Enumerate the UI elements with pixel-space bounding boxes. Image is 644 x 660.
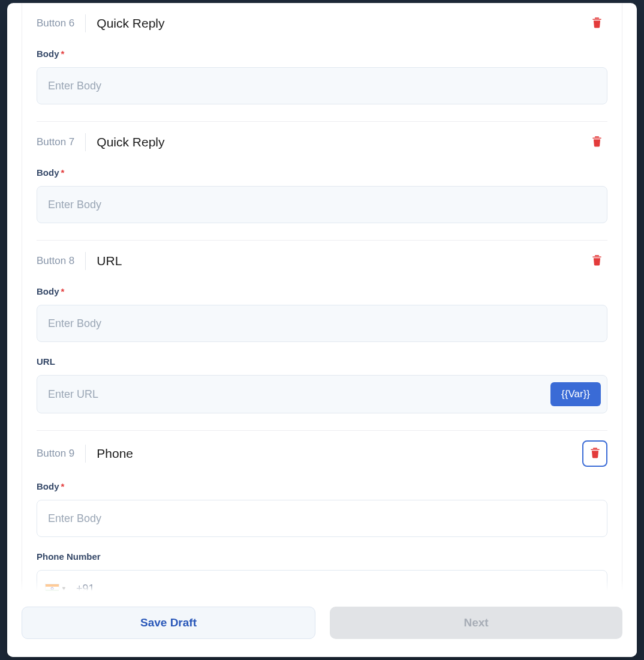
country-code-picker[interactable]: ▼ bbox=[46, 584, 67, 592]
header-divider bbox=[85, 445, 86, 463]
body-field: Body* bbox=[37, 481, 607, 537]
trash-icon bbox=[592, 136, 602, 149]
delete-button[interactable] bbox=[586, 13, 607, 34]
body-field-label: Body* bbox=[37, 167, 607, 178]
button-index-label: Button 8 bbox=[37, 255, 74, 267]
body-field-label: Body* bbox=[37, 286, 607, 296]
body-label-text: Body bbox=[37, 167, 59, 178]
body-input[interactable] bbox=[37, 305, 607, 342]
header-divider bbox=[85, 252, 86, 270]
body-field: Body* bbox=[37, 49, 607, 104]
required-asterisk: * bbox=[61, 481, 65, 491]
url-input-row: {{Var}} bbox=[37, 375, 607, 413]
delete-button[interactable] bbox=[582, 440, 607, 467]
url-input[interactable] bbox=[37, 376, 550, 413]
phone-field-label: Phone Number bbox=[37, 551, 607, 562]
trash-icon bbox=[590, 447, 600, 460]
next-button[interactable]: Next bbox=[330, 607, 622, 639]
button-index-label: Button 9 bbox=[37, 448, 74, 460]
body-input[interactable] bbox=[37, 67, 607, 104]
body-field-label: Body* bbox=[37, 49, 607, 59]
button-index-label: Button 7 bbox=[37, 136, 74, 148]
section-header: Button 7 Quick Reply bbox=[37, 131, 607, 153]
body-label-text: Body bbox=[37, 49, 59, 59]
body-input[interactable] bbox=[37, 500, 607, 537]
button-section-9: Button 9 Phone Body* bbox=[37, 431, 607, 591]
flag-india-icon bbox=[46, 584, 59, 592]
phone-input-row: ▼ bbox=[37, 570, 607, 591]
url-field: URL {{Var}} bbox=[37, 356, 607, 413]
required-asterisk: * bbox=[61, 167, 65, 178]
header-divider bbox=[85, 14, 86, 32]
phone-input[interactable] bbox=[71, 583, 598, 592]
delete-button[interactable] bbox=[586, 250, 607, 272]
delete-button[interactable] bbox=[586, 131, 607, 153]
button-section-6: Button 6 Quick Reply Body* bbox=[37, 3, 607, 122]
button-type-label: Quick Reply bbox=[97, 16, 164, 31]
trash-icon bbox=[592, 17, 602, 30]
insert-variable-button[interactable]: {{Var}} bbox=[550, 382, 601, 406]
body-input[interactable] bbox=[37, 186, 607, 223]
phone-field: Phone Number ▼ bbox=[37, 551, 607, 591]
body-label-text: Body bbox=[37, 286, 59, 296]
button-type-label: Phone bbox=[97, 446, 133, 461]
section-header: Button 6 Quick Reply bbox=[37, 13, 607, 34]
trash-icon bbox=[592, 254, 602, 268]
body-field-label: Body* bbox=[37, 481, 607, 491]
button-section-7: Button 7 Quick Reply Body* bbox=[37, 122, 607, 241]
button-type-label: URL bbox=[97, 254, 122, 268]
section-header: Button 8 URL bbox=[37, 250, 607, 272]
header-divider bbox=[85, 133, 86, 151]
body-label-text: Body bbox=[37, 481, 59, 491]
save-draft-button[interactable]: Save Draft bbox=[22, 607, 315, 639]
section-header: Button 9 Phone bbox=[37, 440, 607, 467]
required-asterisk: * bbox=[61, 49, 65, 59]
button-section-8: Button 8 URL Body* bbox=[37, 241, 607, 431]
body-field: Body* bbox=[37, 167, 607, 223]
required-asterisk: * bbox=[61, 286, 65, 296]
button-type-label: Quick Reply bbox=[97, 135, 164, 149]
body-field: Body* bbox=[37, 286, 607, 342]
modal-footer: Save Draft Next bbox=[7, 591, 637, 657]
form-scroll-area[interactable]: Button 6 Quick Reply Body* bbox=[7, 3, 637, 591]
button-index-label: Button 6 bbox=[37, 17, 74, 29]
chevron-down-icon: ▼ bbox=[61, 586, 67, 591]
modal: Button 6 Quick Reply Body* bbox=[7, 3, 637, 657]
url-field-label: URL bbox=[37, 356, 607, 367]
